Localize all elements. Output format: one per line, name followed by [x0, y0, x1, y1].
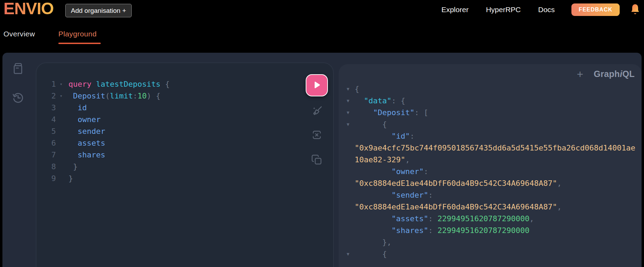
response-panel: + GraphiQL ▼{▼ "data": {▼ "Deposit": [▼ … [339, 64, 642, 267]
merge-fragments-button[interactable] [311, 129, 323, 141]
fold-arrow-icon[interactable]: ▾ [56, 78, 66, 90]
code-line: "assets": 22994951620787290000, [344, 213, 642, 225]
code-line: }, [344, 236, 642, 248]
active-tab-underline [58, 43, 101, 44]
fold-arrow-icon [344, 142, 353, 154]
query-editor-panel: 1▾query latestDeposits {2▾ Deposit(limit… [36, 62, 334, 267]
fold-arrow-icon [344, 225, 353, 236]
code-line: 3 id [41, 102, 170, 114]
code-line: "id": [344, 130, 642, 142]
fold-arrow-icon [56, 149, 66, 161]
line-number: 5 [41, 126, 56, 137]
graphiql-logo-ql: QL [622, 69, 635, 79]
nav-docs[interactable]: Docs [538, 6, 555, 14]
line-number: 3 [41, 102, 56, 114]
fold-arrow-icon [344, 154, 353, 166]
code-line: 7 shares [41, 149, 170, 161]
line-number: 2 [41, 90, 56, 102]
code-text: owner [66, 114, 101, 126]
merge-brackets-icon [311, 137, 323, 142]
code-text: "0xc8884edE1ae44bDfF60da4B9c542C34A69648… [353, 201, 562, 213]
code-text: "Deposit": [ [353, 107, 428, 119]
line-number: 7 [41, 149, 56, 161]
header-nav: Explorer HyperRPC Docs FEEDBACK [441, 0, 644, 19]
response-viewer: ▼{▼ "data": {▼ "Deposit": [▼ { "id":"0x9… [339, 83, 642, 260]
fold-arrow-icon [56, 102, 66, 114]
fold-arrow-icon [56, 137, 66, 149]
code-text: "owner": [353, 166, 428, 178]
fold-arrow-icon [56, 161, 66, 173]
fold-arrow-icon[interactable]: ▼ [344, 107, 353, 119]
code-text: id [66, 102, 87, 114]
envio-logo[interactable]: ENVIO [3, 0, 53, 18]
fold-arrow-icon[interactable]: ▼ [344, 95, 353, 107]
code-text: "id": [353, 130, 414, 142]
code-text: 10ae82-329", [353, 154, 410, 166]
code-text: Deposit(limit:10) { [66, 90, 160, 102]
code-text: shares [66, 149, 105, 161]
fold-arrow-icon [344, 213, 353, 225]
copy-icon [311, 162, 323, 167]
code-line: 10ae82-329", [344, 154, 642, 166]
graphiql-logo-graph: Graph [594, 69, 620, 79]
fold-arrow-icon[interactable]: ▼ [344, 119, 353, 130]
code-text: assets [66, 137, 105, 149]
code-line: 2▾ Deposit(limit:10) { [41, 90, 170, 102]
code-text: sender [66, 126, 105, 137]
code-line: 5 sender [41, 126, 170, 137]
editor-toolbar [305, 74, 328, 166]
add-organisation-button[interactable]: Add organisation + [65, 4, 132, 17]
query-editor[interactable]: 1▾query latestDeposits {2▾ Deposit(limit… [41, 78, 170, 184]
fold-arrow-icon[interactable]: ▾ [56, 90, 66, 102]
code-line: "0xc8884edE1ae44bDfF60da4B9c542C34A69648… [344, 178, 642, 189]
fold-arrow-icon [344, 130, 353, 142]
code-text: "0x9ae4cfc75bc744f095018567435dd6a5d5415… [353, 142, 635, 154]
feedback-button[interactable]: FEEDBACK [571, 3, 620, 16]
code-line: 1▾query latestDeposits { [41, 78, 170, 90]
code-text: "sender": [353, 189, 433, 201]
fold-arrow-icon[interactable]: ▼ [344, 83, 353, 95]
graphiql-logo: GraphiQL [594, 69, 635, 79]
response-header: + GraphiQL [339, 64, 642, 79]
add-tab-button[interactable]: + [577, 69, 584, 79]
code-text: { [353, 83, 359, 95]
history-clock-icon [11, 101, 25, 106]
fold-arrow-icon [56, 114, 66, 126]
code-line: 8 } [41, 161, 170, 173]
bell-icon [630, 12, 641, 17]
tab-playground[interactable]: Playground [58, 30, 97, 38]
history-button[interactable] [11, 91, 25, 105]
fold-arrow-icon [56, 126, 66, 137]
fold-arrow-icon[interactable]: ▼ [344, 248, 353, 260]
code-line: 9} [41, 173, 170, 184]
playground-container: 1▾query latestDeposits {2▾ Deposit(limit… [2, 53, 642, 267]
code-line: ▼{ [344, 83, 642, 95]
fold-arrow-icon [344, 178, 353, 189]
docs-explorer-button[interactable] [11, 62, 25, 76]
code-line: "owner": [344, 166, 642, 178]
code-text: "assets": 22994951620787290000, [353, 213, 534, 225]
copy-query-button[interactable] [311, 154, 323, 166]
prettify-broom-icon [311, 113, 323, 119]
nav-hyperrpc[interactable]: HyperRPC [486, 6, 521, 14]
code-text: } [66, 161, 78, 173]
code-line: "sender": [344, 189, 642, 201]
tab-overview[interactable]: Overview [3, 30, 35, 38]
execute-query-button[interactable] [306, 74, 328, 96]
fold-arrow-icon [344, 189, 353, 201]
code-line: ▼ "Deposit": [ [344, 107, 642, 119]
code-text: "shares": 22994951620787290000 [353, 225, 529, 236]
code-text: } [66, 173, 73, 184]
line-number: 6 [41, 137, 56, 149]
fold-arrow-icon [344, 236, 353, 248]
line-number: 8 [41, 161, 56, 173]
code-line: 6 assets [41, 137, 170, 149]
code-text: }, [353, 236, 391, 248]
code-line: ▼ { [344, 248, 642, 260]
line-number: 4 [41, 114, 56, 126]
code-line: ▼ { [344, 119, 642, 130]
nav-explorer[interactable]: Explorer [441, 6, 469, 14]
notification-bell-button[interactable] [630, 3, 641, 16]
play-icon [312, 80, 321, 91]
prettify-query-button[interactable] [311, 105, 323, 118]
